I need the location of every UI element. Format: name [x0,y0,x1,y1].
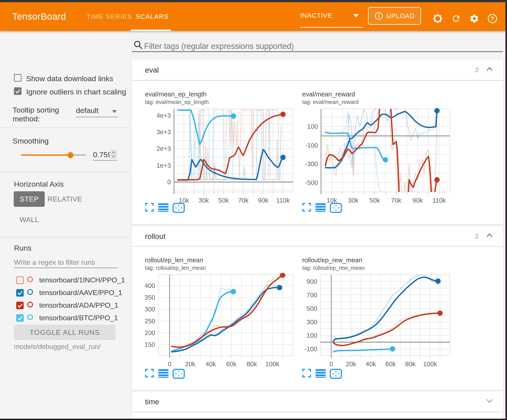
fullscreen-icon[interactable] [145,369,154,378]
info-icon [374,12,383,20]
upload-label: UPLOAD [386,12,415,20]
chart-tag: tag: rollout/ep_len_mean [145,265,206,271]
run-checkbox[interactable] [16,289,24,296]
svg-text:90k: 90k [258,197,268,204]
smoothing-value-input[interactable]: 0.759 [93,150,110,159]
svg-text:4e+3: 4e+3 [156,112,171,119]
app-header: TensorBoard TIME SERIES SCALARS INACTIVE… [0,2,507,31]
run-label: tensorboard/ADA/PPO_1 [39,301,119,310]
window-right-strip [506,2,507,420]
tooltip-sorting-label: Tooltip sorting method: [13,105,77,123]
run-label: tensorboard/AAVE/PPO_1 [39,289,122,297]
active-tab-underline [131,30,171,31]
refresh-icon[interactable] [450,12,462,25]
search-icon [134,40,143,50]
svg-text:70k: 70k [391,197,401,204]
section-header-eval[interactable]: eval 2 [132,60,503,80]
chart-title: eval/mean_reward [302,91,355,98]
smoothing-spinner[interactable] [110,150,117,159]
chevron-up-icon[interactable] [486,233,493,238]
section-title: time [145,392,159,412]
svg-text:-100: -100 [304,345,317,352]
svg-text:250: 250 [145,318,155,325]
chart-title: rollout/ep_len_mean [145,256,203,264]
axis-step-button[interactable]: STEP [14,191,45,207]
axis-relative-button[interactable]: RELATIVE [47,191,83,207]
chart-plot-rollout-ep-len-mean[interactable]: 020k40k60k80k100k150200250300350400 [145,273,296,370]
horizontal-axis-label: Horizontal Axis [14,180,64,188]
axis-wall-button[interactable]: WALL [14,212,45,227]
fit-domain-icon[interactable] [330,369,342,379]
section-count: 2 [475,226,479,246]
fit-domain-icon[interactable] [172,369,185,379]
run-color-circle[interactable] [27,314,33,320]
svg-text:200: 200 [145,329,155,336]
fit-domain-icon[interactable] [330,203,342,213]
help-icon[interactable]: ? [486,12,499,25]
upload-button[interactable]: UPLOAD [368,7,421,25]
chart-plot-eval-mean-reward[interactable]: 10k30k50k70k90k110k100-100-300-500 [302,107,453,204]
chart-title: eval/mean_ep_length [145,91,206,98]
app-title: TensorBoard [12,2,66,31]
run-row: tensorboard/AAVE/PPO_1 [0,289,131,301]
window-top-strip [0,0,507,2]
svg-text:50k: 50k [218,197,229,204]
svg-text:70k: 70k [238,197,249,204]
runs-filter-input[interactable]: Write a regex to filter runs [14,258,95,267]
run-color-circle[interactable] [27,289,33,295]
chevron-down-icon[interactable] [486,398,493,403]
fullscreen-icon[interactable] [302,203,311,212]
run-checkbox[interactable] [16,314,24,322]
run-row: tensorboard/BTC/PPO_1 [0,314,131,326]
runs-selector-icon[interactable] [316,369,326,378]
svg-text:0: 0 [330,360,333,368]
chart-plot-rollout-ep-rew-mean[interactable]: 020k40k60k80k100k900700500300100-100 [302,273,453,370]
svg-text:0: 0 [167,179,171,186]
toggle-all-runs-button[interactable]: TOGGLE ALL RUNS [14,325,116,340]
svg-text:110k: 110k [276,197,290,204]
tab-time-series[interactable]: TIME SERIES [87,2,132,31]
fit-domain-icon[interactable] [172,203,185,213]
svg-text:60k: 60k [386,360,396,368]
filter-tags-input[interactable]: Filter tags (regular expressions support… [144,41,294,51]
status-dropdown[interactable]: INACTIVE [300,9,363,28]
fullscreen-icon[interactable] [145,203,154,212]
svg-text:900: 900 [307,278,317,285]
svg-text:90k: 90k [412,197,423,204]
fullscreen-icon[interactable] [302,369,311,378]
run-row: tensorboard/1INCH/PPO_1 [0,276,131,288]
brightness-icon[interactable] [431,12,444,25]
svg-text:150: 150 [145,341,155,348]
svg-text:40k: 40k [366,360,376,368]
gear-icon[interactable] [468,12,480,25]
svg-text:-100: -100 [305,142,318,149]
section-header-time[interactable]: time [132,392,503,412]
chart-plot-eval-mean-ep-length[interactable]: 10k30k50k70k90k110k01e+32e+33e+34e+3 [145,107,296,204]
section-body-eval: eval/mean_ep_length tag: eval/mean_ep_le… [132,81,503,225]
run-checkbox[interactable] [16,276,24,284]
runs-selector-icon[interactable] [316,203,326,212]
smoothing-slider-track[interactable] [21,154,70,156]
section-header-rollout[interactable]: rollout 2 [132,226,503,246]
section-count: 2 [475,60,479,80]
svg-text:1e+3: 1e+3 [156,162,171,169]
chevron-up-icon[interactable] [486,66,493,72]
ignore-outliers-checkbox[interactable] [14,87,21,95]
show-data-download-links-checkbox[interactable] [14,74,21,82]
run-color-circle[interactable] [27,302,33,307]
tooltip-sorting-dropdown[interactable]: default [76,106,118,117]
svg-text:700: 700 [307,291,317,299]
run-checkbox[interactable] [16,302,24,309]
svg-text:80k: 80k [247,360,257,368]
svg-text:-300: -300 [305,160,318,167]
chevron-down-icon [112,110,117,113]
tab-scalars[interactable]: SCALARS [136,2,169,31]
runs-selector-icon[interactable] [158,369,169,378]
main-content: Filter tags (regular expressions support… [131,31,506,419]
smoothing-slider-thumb[interactable] [68,152,73,158]
run-color-circle[interactable] [27,276,33,282]
section-title: eval [145,60,159,80]
svg-text:400: 400 [145,282,155,289]
chart-title: rollout/ep_rew_mean [302,256,362,264]
runs-selector-icon[interactable] [158,203,169,212]
